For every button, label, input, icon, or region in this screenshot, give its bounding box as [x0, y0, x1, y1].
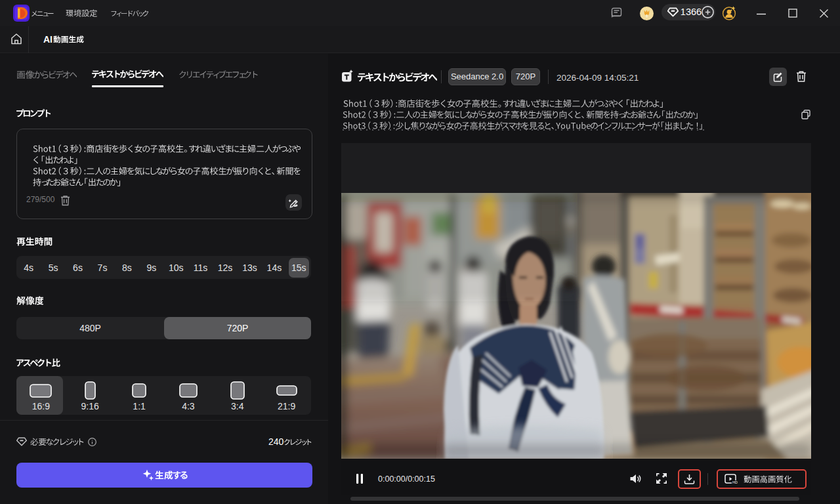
- svg-text:HD: HD: [732, 480, 738, 484]
